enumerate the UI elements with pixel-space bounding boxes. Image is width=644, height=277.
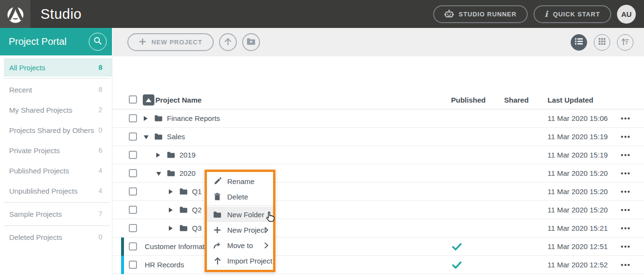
sidebar: Project Portal All Projects 8 Recent 8 M… (0, 28, 112, 277)
sidebar-item-projects-shared-by-others[interactable]: Projects Shared by Others 0 (0, 120, 112, 140)
column-header-last-updated[interactable]: Last Updated (548, 91, 593, 109)
project-name[interactable]: Sales (167, 128, 185, 146)
column-header-project-name[interactable]: Project Name (155, 91, 202, 109)
plus-icon (214, 226, 221, 234)
search-button[interactable] (89, 33, 107, 51)
folder-icon (167, 151, 175, 160)
project-name[interactable]: Q1 (192, 183, 202, 201)
row-checkbox[interactable] (129, 242, 137, 251)
sidebar-item-label: My Shared Projects (9, 106, 72, 114)
table-row[interactable]: Q1 11 Mar 2020 15:20 ••• (113, 183, 644, 201)
context-menu-item-label: Import Project (227, 257, 272, 265)
table-row[interactable]: Q2 11 Mar 2020 15:20 ••• (113, 201, 644, 219)
row-menu-button[interactable]: ••• (621, 183, 631, 201)
column-header-shared[interactable]: Shared (504, 91, 529, 109)
folder-icon (154, 133, 163, 142)
sidebar-item-count: 4 (98, 187, 102, 195)
row-checkbox[interactable] (129, 132, 137, 141)
sidebar-item-deleted-projects[interactable]: Deleted Projects 0 (0, 227, 112, 247)
quick-start-label: QUICK START (553, 11, 600, 18)
table-row[interactable]: 2019 11 Mar 2020 15:19 ••• (113, 146, 644, 164)
sidebar-item-published-projects[interactable]: Published Projects 4 (0, 160, 112, 181)
quick-start-button[interactable]: i QUICK START (534, 5, 611, 23)
context-menu-item-label: Delete (227, 193, 248, 201)
project-name[interactable]: Customer Information (145, 237, 214, 256)
grid-view-icon (599, 38, 605, 46)
last-updated-value: 11 Mar 2020 15:20 (548, 183, 608, 201)
new-folder-button[interactable] (242, 33, 260, 51)
sidebar-item-private-projects[interactable]: Private Projects 6 (0, 140, 112, 160)
hand-cursor-icon (263, 211, 276, 226)
row-checkbox[interactable] (129, 224, 137, 232)
avatar[interactable]: AU (617, 5, 636, 24)
row-checkbox[interactable] (129, 187, 137, 196)
context-menu-item-import-project[interactable]: Import Project (207, 253, 273, 268)
row-checkbox[interactable] (129, 114, 137, 122)
grid-view-button[interactable] (594, 34, 610, 51)
sidebar-item-count: 8 (98, 64, 102, 71)
table-row[interactable]: 2020 11 Mar 2020 15:20 ••• (113, 164, 644, 183)
context-menu-item-move-to[interactable]: Move to (207, 237, 273, 253)
row-checkbox[interactable] (129, 206, 137, 214)
expand-caret-icon[interactable] (169, 208, 173, 212)
row-checkbox[interactable] (129, 151, 137, 159)
sidebar-item-count: 7 (98, 210, 102, 218)
new-project-button[interactable]: NEW PROJECT (127, 33, 214, 51)
studio-runner-label: STUDIO RUNNER (459, 11, 517, 18)
sidebar-divider (4, 78, 110, 79)
sidebar-item-unpublished-projects[interactable]: Unpublished Projects 4 (0, 181, 112, 201)
expand-caret-icon[interactable] (144, 135, 149, 139)
expand-caret-icon[interactable] (169, 226, 173, 231)
row-menu-button[interactable]: ••• (621, 128, 631, 146)
last-updated-value: 11 Mar 2020 15:19 (548, 128, 608, 146)
row-menu-button[interactable]: ••• (621, 146, 631, 164)
row-checkbox[interactable] (129, 261, 137, 269)
project-name[interactable]: 2020 (179, 164, 195, 183)
row-menu-button[interactable]: ••• (621, 237, 631, 256)
project-name[interactable]: Q2 (192, 201, 202, 219)
sidebar-item-all-projects[interactable]: All Projects 8 (4, 58, 112, 77)
project-name[interactable]: HR Records (145, 256, 184, 274)
expand-caret-icon[interactable] (156, 172, 161, 176)
upload-project-button[interactable] (219, 33, 237, 51)
pencil-icon (214, 177, 221, 185)
row-menu-button[interactable]: ••• (621, 201, 631, 219)
sidebar-item-recent[interactable]: Recent 8 (0, 79, 112, 100)
table-row[interactable]: Q3 11 Mar 2020 15:21 ••• (113, 219, 644, 237)
sidebar-item-label: Private Projects (9, 146, 60, 155)
row-menu-button[interactable]: ••• (621, 164, 631, 183)
table-header: Project Name Published Shared Last Updat… (113, 91, 644, 109)
select-all-checkbox[interactable] (129, 95, 137, 104)
row-menu-button[interactable]: ••• (621, 256, 631, 274)
arrow-up-icon (224, 38, 232, 47)
project-name[interactable]: Q3 (192, 219, 202, 237)
expand-caret-icon[interactable] (144, 116, 148, 121)
table-row[interactable]: Sales 11 Mar 2020 15:19 ••• (113, 128, 644, 146)
context-menu-item-rename[interactable]: Rename (207, 173, 273, 189)
row-menu-button[interactable]: ••• (621, 109, 631, 128)
sort-direction-button[interactable] (143, 94, 154, 106)
list-view-button[interactable] (571, 34, 587, 51)
sidebar-divider (4, 202, 110, 203)
row-checkbox[interactable] (129, 169, 137, 177)
project-name[interactable]: Finance Reports (167, 109, 220, 128)
row-menu-button[interactable]: ••• (621, 219, 631, 237)
app-logo[interactable] (0, 0, 30, 28)
info-icon: i (545, 9, 548, 19)
column-header-published[interactable]: Published (451, 91, 486, 109)
context-menu-item-label: New Project (227, 226, 266, 234)
sort-view-button[interactable] (617, 34, 633, 51)
last-updated-value: 11 Mar 2020 15:06 (548, 109, 608, 128)
expand-caret-icon[interactable] (156, 153, 160, 158)
project-name[interactable]: 2019 (179, 146, 195, 164)
studio-runner-button[interactable]: STUDIO RUNNER (433, 5, 528, 23)
sidebar-item-sample-projects[interactable]: Sample Projects 7 (0, 204, 112, 224)
table-row[interactable]: HR Records 11 Mar 2020 12:52 ••• (113, 256, 644, 274)
expand-caret-icon[interactable] (169, 189, 173, 194)
sidebar-item-my-shared-projects[interactable]: My Shared Projects 2 (0, 100, 112, 120)
context-menu-item-delete[interactable]: Delete (207, 189, 273, 204)
sort-icon (621, 38, 629, 47)
table-row[interactable]: Customer Information 11 Mar 2020 12:51 •… (113, 237, 644, 256)
table-row[interactable]: Finance Reports 11 Mar 2020 15:06 ••• (113, 109, 644, 128)
folder-icon (213, 211, 221, 218)
